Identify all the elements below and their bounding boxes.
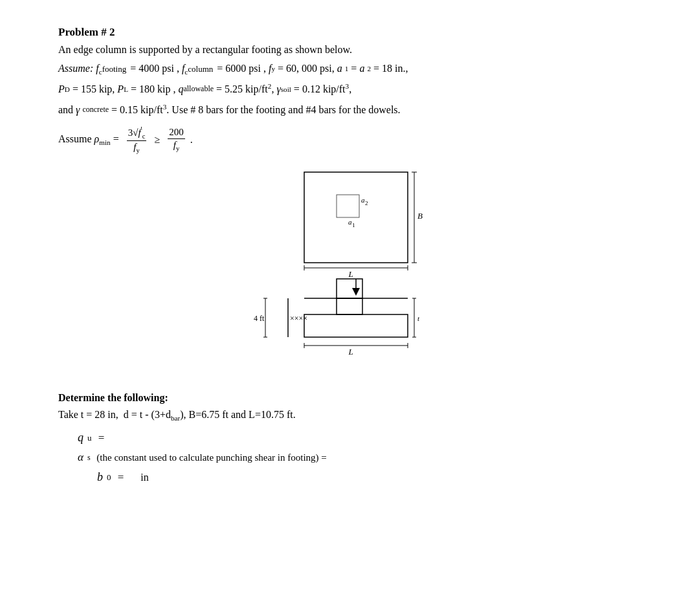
svg-rect-24 [337, 298, 362, 314]
svg-text:L: L [348, 269, 353, 279]
svg-rect-22 [337, 279, 362, 298]
svg-text:t: t [417, 314, 420, 322]
footing-diagram: a 2 a 1 B L [252, 166, 498, 386]
line-3: PD = 155 kip, PL = 180 kip , qallowable … [58, 80, 641, 99]
qu-line: q u = [78, 431, 641, 445]
diagram-container: a 2 a 1 B L [110, 166, 641, 386]
line-4: and γ concrete = 0.15 kip/ft3. Use # 8 b… [58, 100, 641, 120]
problem-title: Problem # 2 [58, 26, 641, 39]
svg-text:××××: ×××× [290, 314, 307, 323]
assume-rho-line: Assume ρmin = 3√f'c fy ≥ 200 fy . [58, 125, 641, 154]
svg-text:2: 2 [365, 200, 368, 206]
b0-line: b 0 = in [97, 470, 641, 484]
svg-text:4 ft: 4 ft [254, 314, 265, 323]
determine-title: Determine the following: [58, 392, 641, 404]
line-2: Assume: fc footing = 4000 psi , fccolumn… [58, 60, 641, 78]
svg-rect-1 [337, 195, 359, 217]
svg-rect-23 [304, 314, 408, 337]
determine-line: Take t = 28 in, d = t - (3+dbar), B=6.75… [58, 406, 641, 424]
svg-text:B: B [417, 211, 423, 221]
svg-text:L: L [348, 347, 353, 357]
svg-text:1: 1 [352, 222, 355, 228]
line-1: An edge column is supported by a rectang… [58, 41, 641, 58]
alpha-s-line: α s (the constant used to calculate punc… [78, 451, 641, 464]
